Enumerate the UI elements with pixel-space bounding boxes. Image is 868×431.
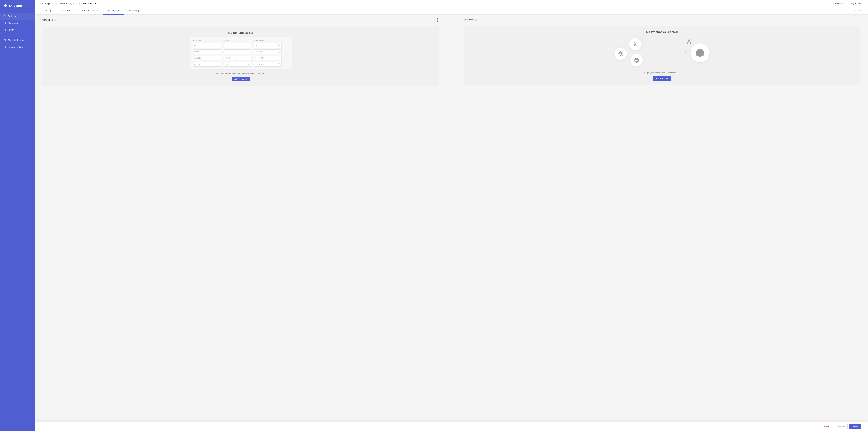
time-field: :15	[254, 43, 282, 48]
svg-rect-1	[4, 22, 5, 24]
webhooks-diagram	[467, 36, 857, 69]
users-icon	[830, 2, 832, 4]
logo-icon	[3, 4, 7, 8]
sidebar-item-documentation[interactable]: Documentation	[0, 43, 35, 50]
freq-select: Monthly⌄	[193, 62, 221, 66]
sidebar-nav: Projects Blueprints Admin	[0, 13, 35, 50]
sched-row: Hourly⌄ :15	[193, 43, 289, 48]
svg-rect-3	[4, 39, 5, 41]
sidebar-item-admin[interactable]: Admin	[0, 26, 35, 33]
logo[interactable]: Shipyard	[0, 2, 35, 13]
freq-select: Daily⌄	[193, 50, 221, 54]
add-schedule-button[interactable]: Add Schedule	[232, 77, 250, 82]
help-icon[interactable]: ?	[54, 19, 56, 21]
chevron-down-icon	[29, 29, 31, 31]
tab-logs[interactable]: Logs	[39, 7, 58, 14]
freq-select: Hourly⌄	[193, 43, 221, 48]
footer: Delete Duplicate Save	[35, 422, 868, 431]
duplicate-button[interactable]: Duplicate	[833, 424, 847, 429]
chevron-down-icon	[861, 3, 863, 4]
clock-icon	[278, 63, 280, 65]
schedules-title: Schedules	[42, 19, 53, 21]
delete-button[interactable]: Delete	[820, 424, 831, 429]
webhook-icon	[686, 39, 692, 45]
sched-row: Monthly⌄ 1st⌄ 12:00 AM	[193, 62, 289, 66]
sidebar-label: Projects	[8, 15, 16, 18]
clock-icon	[278, 51, 280, 53]
sidebar-item-blueprints[interactable]: Blueprints	[0, 20, 35, 26]
webhooks-header: Webhooks ?	[464, 19, 860, 22]
breadcrumb-project[interactable]: Github Testing	[56, 2, 72, 5]
schedules-header: Schedules ? +	[42, 19, 439, 23]
profile-dropdown[interactable]: My Profile	[848, 2, 863, 5]
top-right: Shipyard My Profile	[830, 2, 863, 5]
schedules-card: No Schedules Set How often? When? What T…	[42, 27, 439, 86]
sidebar-item-projects[interactable]: Projects	[0, 13, 35, 20]
lock-icon	[75, 2, 77, 4]
when-select: 1st⌄	[224, 62, 251, 66]
svg-point-8	[830, 3, 831, 3]
sidebar-label: Blueprints	[8, 22, 18, 24]
zapier-icon	[614, 48, 627, 60]
time-field: 7:45 AM	[254, 50, 282, 54]
svg-rect-7	[76, 3, 77, 4]
when-select: Wednesday⌄	[224, 56, 251, 60]
arrow-icon	[653, 53, 686, 53]
tab-settings[interactable]: Settings	[124, 7, 145, 14]
help-icon[interactable]: ?	[475, 19, 477, 21]
content: Schedules ? + No Schedules Set How often…	[35, 14, 868, 431]
schedules-empty-title: No Schedules Set	[46, 31, 436, 35]
sidebar-label: Admin	[8, 29, 14, 31]
sched-head-time: What Time?	[254, 39, 282, 41]
library-icon	[3, 39, 6, 41]
code-icon	[62, 9, 65, 12]
add-webhook-button[interactable]: Add Webhook	[653, 76, 671, 81]
breadcrumb-current: Bash Github Private	[75, 2, 96, 5]
clock-icon	[278, 57, 280, 59]
save-button[interactable]: Save	[849, 424, 861, 429]
org-dropdown[interactable]: Shipyard	[830, 2, 843, 5]
svg-rect-4	[4, 46, 5, 48]
topbar: All Projects / Github Testing / Bash Git…	[35, 0, 868, 7]
when-empty	[224, 43, 251, 48]
tool-cluster	[614, 38, 649, 67]
webhooks-title: Webhooks	[464, 19, 474, 21]
tabs: Logs Code Requirements Triggers Settings	[39, 7, 145, 14]
schedule-mock-box: How often? When? What Time? Hourly⌄ :15 …	[190, 37, 292, 69]
svg-rect-10	[849, 3, 850, 4]
gear-icon	[129, 9, 131, 12]
sidebar-item-blueprint-library[interactable]: Blueprint Library	[0, 37, 35, 43]
svg-point-13	[130, 10, 130, 11]
webhooks-empty-title: No Webhooks Created	[467, 30, 857, 34]
tab-code[interactable]: Code	[58, 7, 76, 14]
shield-icon	[81, 9, 83, 12]
schedules-desc: Run your Vessel on one or more automated…	[46, 72, 436, 74]
file-icon	[39, 2, 41, 4]
svg-rect-6	[56, 3, 58, 4]
run-now-button[interactable]: Run Now	[850, 8, 863, 13]
breadcrumb-all-projects[interactable]: All Projects	[39, 2, 53, 5]
svg-point-9	[831, 3, 831, 3]
folder-icon	[3, 15, 6, 18]
breadcrumb-sep: /	[54, 2, 55, 5]
schedules-column: Schedules ? + No Schedules Set How often…	[42, 19, 439, 86]
sidebar: Shipyard Projects Blueprints Admin	[0, 0, 35, 431]
webhooks-desc: Trigger your Vessel from any external to…	[467, 72, 857, 74]
add-schedule-icon[interactable]: +	[436, 19, 439, 22]
code-tool-icon	[630, 54, 643, 66]
chevron-down-icon	[842, 3, 843, 4]
tab-requirements[interactable]: Requirements	[76, 7, 103, 14]
svg-point-11	[45, 10, 46, 11]
sidebar-label: Documentation	[8, 46, 23, 48]
breadcrumb: All Projects / Github Testing / Bash Git…	[39, 2, 96, 5]
tab-triggers[interactable]: Triggers	[103, 7, 124, 14]
webhooks-column: Webhooks ? No Webhooks Created	[464, 19, 860, 86]
time-field: 9:05 PM	[254, 56, 282, 60]
sched-head-when: When?	[224, 39, 251, 41]
svg-rect-5	[40, 3, 41, 4]
breadcrumb-sep: /	[73, 2, 74, 5]
blueprint-icon	[3, 22, 6, 24]
sched-row: Weekly⌄ Wednesday⌄ 9:05 PM	[193, 56, 289, 60]
svg-rect-2	[4, 29, 5, 31]
main: All Projects / Github Testing / Bash Git…	[35, 0, 868, 431]
